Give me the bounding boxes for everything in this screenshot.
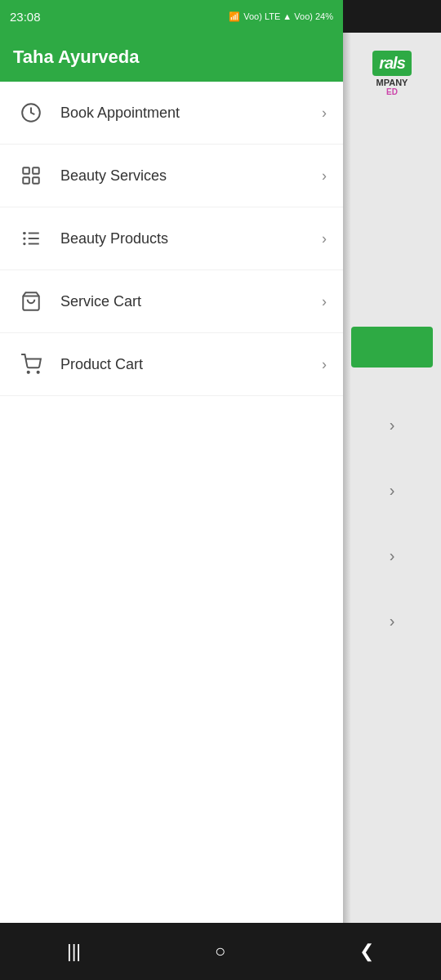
menu-item-beauty-products[interactable]: Beauty Products ›	[0, 207, 343, 270]
status-bar: 23:08 📶 Voo) LTE ▲ Voo) 24%	[0, 0, 343, 33]
battery-text: Voo) LTE ▲ Voo) 24%	[243, 11, 333, 21]
menu-item-product-cart[interactable]: Product Cart ›	[0, 333, 343, 396]
svg-rect-1	[23, 167, 29, 174]
signal-icon: 📶	[229, 11, 240, 22]
menu-label-service-cart: Service Cart	[60, 293, 322, 310]
menu-list: Book Appointment › Beauty Services ›	[0, 82, 343, 396]
bag-icon	[16, 287, 46, 316]
right-chevron-4: ›	[343, 588, 441, 653]
logo-text: rals	[379, 54, 405, 72]
svg-rect-3	[23, 177, 29, 184]
menu-label-beauty-services: Beauty Services	[60, 167, 322, 185]
cart-icon	[16, 350, 46, 379]
drawer-shadow	[343, 0, 351, 980]
chevron-right-icon: ›	[322, 167, 327, 185]
right-green-button[interactable]	[351, 327, 433, 368]
svg-point-13	[28, 372, 29, 373]
status-time: 23:08	[10, 10, 41, 24]
app-title: Taha Ayurveda	[13, 47, 139, 68]
right-chevron-2: ›	[343, 457, 441, 523]
nav-bar: ||| ○ ❮	[0, 923, 441, 980]
nav-back-button[interactable]: ❮	[343, 934, 390, 969]
clock-icon	[16, 98, 46, 127]
app-logo-area: rals MPANY ED	[343, 33, 441, 114]
status-bar-right	[343, 0, 441, 33]
chevron-right-icon: ›	[322, 356, 327, 373]
svg-point-10	[23, 243, 25, 245]
nav-menu-button[interactable]: |||	[51, 934, 97, 969]
menu-item-beauty-services[interactable]: Beauty Services ›	[0, 145, 343, 207]
company-name: MPANY	[376, 78, 408, 87]
drawer-menu: Book Appointment › Beauty Services ›	[0, 0, 343, 980]
grid-icon	[16, 161, 46, 190]
chevron-right-icon: ›	[322, 293, 327, 310]
svg-rect-4	[33, 177, 39, 184]
nav-home-button[interactable]: ○	[198, 934, 242, 969]
svg-rect-2	[33, 167, 39, 174]
menu-label-beauty-products: Beauty Products	[60, 230, 322, 247]
company-tag: ED	[386, 87, 398, 96]
list-icon	[16, 224, 46, 253]
menu-item-book-appointment[interactable]: Book Appointment ›	[0, 82, 343, 145]
app-header: Taha Ayurveda	[0, 33, 343, 82]
logo-box: rals	[372, 51, 412, 76]
svg-point-14	[38, 372, 39, 373]
right-panel: rals MPANY ED › › › ›	[343, 0, 441, 980]
svg-point-8	[23, 237, 25, 239]
right-chevron-list: › › › ›	[343, 392, 441, 653]
right-chevron-1: ›	[343, 392, 441, 457]
menu-label-book-appointment: Book Appointment	[60, 105, 322, 122]
chevron-right-icon: ›	[322, 105, 327, 122]
menu-item-service-cart[interactable]: Service Cart ›	[0, 270, 343, 333]
chevron-right-icon: ›	[322, 230, 327, 247]
status-icons: 📶 Voo) LTE ▲ Voo) 24%	[229, 11, 333, 22]
right-chevron-3: ›	[343, 523, 441, 588]
menu-label-product-cart: Product Cart	[60, 356, 322, 373]
svg-point-6	[23, 232, 25, 234]
